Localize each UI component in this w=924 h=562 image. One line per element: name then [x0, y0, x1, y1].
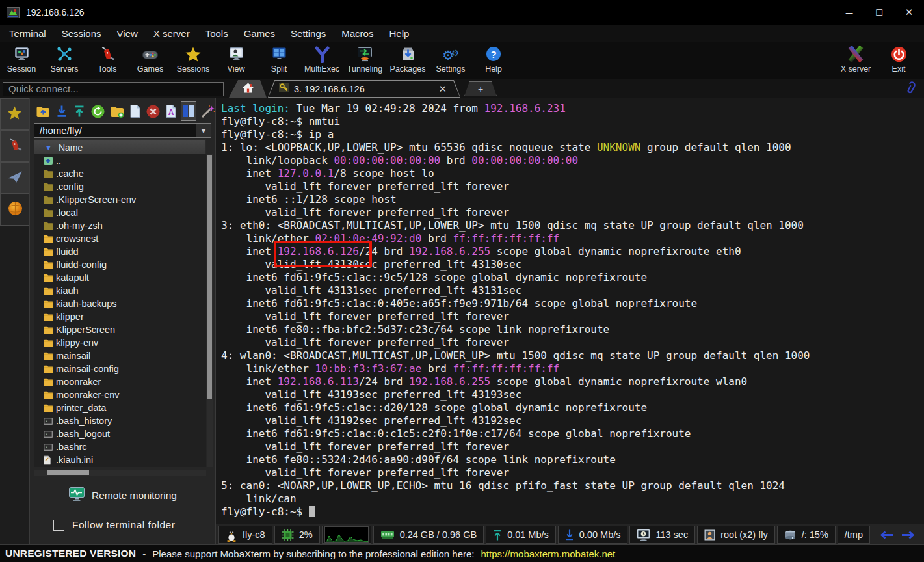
file-ini-icon [43, 455, 56, 465]
wand-icon[interactable] [200, 101, 216, 121]
toolbar-servers-button[interactable]: Servers [43, 42, 86, 74]
close-button[interactable]: ✕ [894, 0, 924, 25]
new-tab-button[interactable]: + [464, 81, 497, 96]
menu-help[interactable]: Help [381, 25, 417, 42]
upload-arrow-icon [493, 529, 502, 541]
toolbar-multiexec-button[interactable]: MultiExec [300, 42, 343, 74]
menu-tools[interactable]: Tools [198, 25, 236, 42]
terminal-line: inet6 fe80::fba:bfc2:5d37:c23c/64 scope … [221, 323, 924, 336]
toolbar-exit-button[interactable]: Exit [877, 42, 920, 74]
terminal-line: link/can [221, 492, 924, 505]
file-list-header[interactable]: ▼ Name [34, 139, 206, 155]
strip-knife-button[interactable] [0, 130, 29, 162]
download-icon[interactable] [55, 101, 69, 121]
menu-games[interactable]: Games [236, 25, 283, 42]
nav-back-icon[interactable] [878, 530, 893, 540]
toolbar-split-button[interactable]: Split [257, 42, 300, 74]
remote-monitoring-button[interactable]: Remote monitoring [30, 487, 215, 505]
file-row[interactable]: .kiauh.ini [34, 453, 206, 466]
strip-plane-button[interactable] [0, 162, 29, 194]
checkbox[interactable] [53, 520, 64, 531]
new-folder-icon[interactable] [109, 101, 125, 121]
toolbar-tools-button[interactable]: Tools [86, 42, 129, 74]
strip-star-button[interactable] [0, 98, 29, 130]
tab-home[interactable] [229, 80, 267, 98]
toolbar-sessions-button[interactable]: Sessions [172, 42, 215, 74]
path-input[interactable]: /home/fly/ [34, 123, 196, 138]
file-row[interactable]: klipper [34, 310, 206, 323]
toolbar-session-button[interactable]: Session [0, 42, 43, 74]
toolbar-tunneling-button[interactable]: Tunneling [343, 42, 386, 74]
cpu-icon [282, 529, 294, 541]
file-row[interactable]: .bash_history [34, 414, 206, 427]
menu-x-server[interactable]: X server [146, 25, 198, 42]
status-bar: fly-c82%0.24 GB / 0.96 GB0.01 Mb/s0.00 M… [216, 524, 924, 545]
tab-close-icon[interactable]: ✕ [436, 83, 449, 95]
menu-view[interactable]: View [109, 25, 146, 42]
strip-globe-button[interactable] [0, 194, 29, 226]
mobatek-link[interactable]: https://mobaxterm.mobatek.net [481, 548, 616, 559]
folder-up-icon[interactable] [35, 101, 51, 121]
folder-icon [43, 286, 56, 295]
toolbar-help-button[interactable]: ?Help [472, 42, 515, 74]
tab-active[interactable]: 3. 192.168.6.126 ✕ [268, 80, 460, 98]
folder-icon [43, 364, 56, 373]
terminal-line: 1: lo: <LOOPBACK,UP,LOWER_UP> mtu 65536 … [221, 141, 924, 154]
toolbar-settings-button[interactable]: ⚙⚙Settings [429, 42, 472, 74]
file-row[interactable]: klippy-env [34, 336, 206, 349]
tunneling-icon [356, 44, 374, 64]
file-sh-icon [43, 430, 56, 438]
file-row[interactable]: .. [34, 154, 206, 167]
maximize-button[interactable]: ☐ [864, 0, 894, 25]
refresh-icon[interactable] [90, 101, 106, 121]
paperclip-icon[interactable] [903, 80, 917, 98]
file-row[interactable]: fluidd-config [34, 258, 206, 271]
terminal-output[interactable]: Last login: Tue Mar 19 02:49:28 2024 fro… [216, 98, 924, 524]
toolbar-games-button[interactable]: Games [129, 42, 172, 74]
minimize-button[interactable]: ─ [834, 0, 864, 25]
menu-settings[interactable]: Settings [283, 25, 334, 42]
delete-icon[interactable] [145, 101, 161, 121]
file-list-horizontal-scrollbar[interactable] [34, 470, 206, 476]
file-row[interactable]: .KlipperScreen-env [34, 193, 206, 206]
terminal-line: valid_lft 43193sec preferred_lft 43193se… [221, 388, 924, 401]
toolbar-x-server-button[interactable]: X server [834, 42, 877, 74]
file-row[interactable]: KlipperScreen [34, 323, 206, 336]
follow-terminal-folder-checkbox[interactable]: Follow terminal folder [53, 519, 215, 531]
file-row[interactable]: .oh-my-zsh [34, 219, 206, 232]
panel-view-icon[interactable] [181, 101, 196, 121]
file-row[interactable]: fluidd [34, 245, 206, 258]
file-row[interactable]: moonraker-env [34, 388, 206, 401]
menu-terminal[interactable]: Terminal [1, 25, 54, 42]
file-row[interactable]: kiauh [34, 284, 206, 297]
file-row[interactable]: .local [34, 206, 206, 219]
menu-macros[interactable]: Macros [334, 25, 381, 42]
quick-connect-input[interactable] [3, 82, 224, 96]
terminal-line: inet6 fe80::5324:2d46:aa90:d90f/64 scope… [221, 453, 924, 466]
file-row[interactable]: mainsail [34, 349, 206, 362]
file-row[interactable]: .bashrc [34, 440, 206, 453]
rename-icon[interactable]: A [165, 101, 178, 121]
file-row[interactable]: crowsnest [34, 232, 206, 245]
path-dropdown-button[interactable]: ▼ [196, 123, 211, 138]
file-row[interactable]: katapult [34, 271, 206, 284]
knife-icon [7, 137, 23, 156]
file-row[interactable]: mainsail-config [34, 362, 206, 375]
upload-icon[interactable] [72, 101, 86, 121]
file-row[interactable]: .config [34, 180, 206, 193]
new-file-icon[interactable] [129, 101, 142, 121]
file-list-vertical-scrollbar[interactable] [207, 154, 213, 467]
file-row[interactable]: printer_data [34, 401, 206, 414]
file-row[interactable]: kiauh-backups [34, 297, 206, 310]
terminal-line: 3: eth0: <BROADCAST,MULTICAST,UP,LOWER_U… [221, 219, 924, 232]
file-row[interactable]: .cache [34, 167, 206, 180]
toolbar-view-button[interactable]: View [215, 42, 257, 74]
file-row[interactable]: .bash_logout [34, 427, 206, 440]
terminal-line: valid_lft 43131sec preferred_lft 43131se… [221, 284, 924, 297]
file-row[interactable]: moonraker [34, 375, 206, 388]
toolbar-packages-button[interactable]: Packages [386, 42, 429, 74]
terminal-line: fly@fly-c8:~$ nmtui [221, 115, 924, 128]
terminal-pane[interactable]: Last login: Tue Mar 19 02:49:28 2024 fro… [215, 98, 924, 545]
nav-forward-icon[interactable] [901, 530, 916, 540]
menu-sessions[interactable]: Sessions [54, 25, 109, 42]
